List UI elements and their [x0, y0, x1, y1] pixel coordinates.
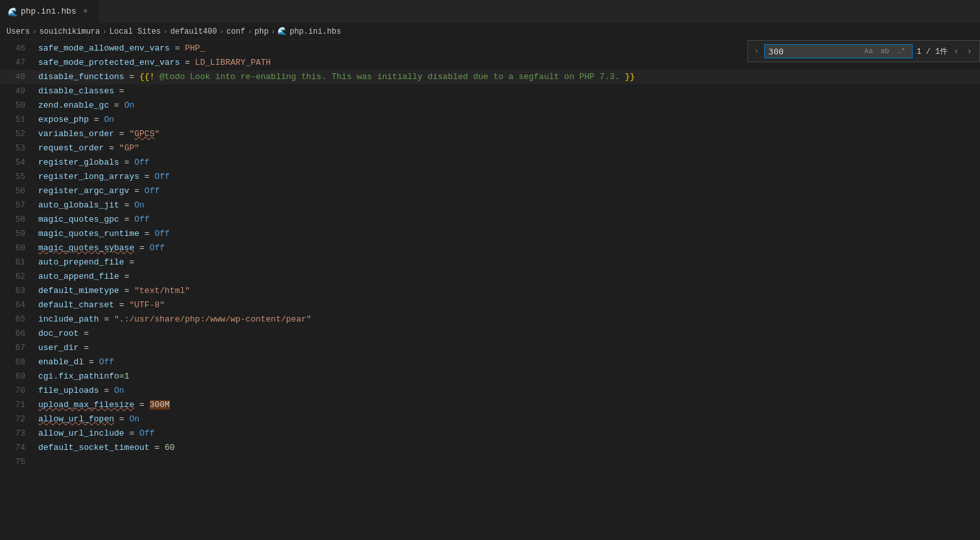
- table-row: 48 disable_functions = {{! @todo Look in…: [0, 70, 980, 84]
- line-content: disable_classes =: [36, 84, 980, 99]
- line-number: 53: [0, 141, 36, 156]
- line-number: 74: [0, 441, 36, 455]
- line-number: 57: [0, 198, 36, 213]
- line-content: expose_php = On: [36, 113, 980, 127]
- breadcrumb-sep-4: ›: [248, 28, 252, 36]
- table-row: 75: [0, 455, 980, 469]
- line-content: cgi.fix_pathinfo=1: [36, 370, 980, 384]
- table-row: 56 register_argc_argv = Off: [0, 184, 980, 198]
- table-row: 70 file_uploads = On: [0, 384, 980, 398]
- tab-close-button[interactable]: ×: [80, 6, 91, 17]
- breadcrumb-local-sites[interactable]: Local Sites: [110, 27, 161, 36]
- line-content: magic_quotes_runtime = Off: [36, 227, 980, 241]
- breadcrumb-php[interactable]: php: [255, 27, 269, 36]
- line-content: user_dir =: [36, 341, 980, 355]
- line-number: 60: [0, 241, 36, 255]
- breadcrumb-sep-0: ›: [32, 28, 37, 36]
- code-lines: 46 safe_mode_allowed_env_vars = PHP_ 47 …: [0, 40, 980, 469]
- line-content: register_globals = Off: [36, 156, 980, 170]
- search-regex-button[interactable]: .*: [894, 46, 908, 56]
- search-whole-word-button[interactable]: ab: [878, 46, 892, 56]
- line-content: magic_quotes_sybase = Off: [36, 241, 980, 255]
- breadcrumb-default400[interactable]: default400: [170, 27, 217, 36]
- search-case-sensitive-button[interactable]: Aa: [862, 46, 876, 56]
- search-prev-button[interactable]: ‹: [951, 45, 961, 57]
- breadcrumb-sep-1: ›: [102, 28, 107, 36]
- line-number: 54: [0, 156, 36, 170]
- line-number: 46: [0, 41, 36, 56]
- table-row: 58 magic_quotes_gpc = Off: [0, 213, 980, 227]
- search-options: Aa ab .*: [862, 46, 909, 56]
- line-content: auto_append_file =: [36, 270, 980, 284]
- table-row: 55 register_long_arrays = Off: [0, 170, 980, 184]
- breadcrumb-souichikimura[interactable]: souichikimura: [40, 27, 100, 36]
- tab-bar: 🌊 php.ini.hbs ×: [0, 0, 980, 23]
- line-number: 52: [0, 127, 36, 141]
- line-content: upload_max_filesize = 300M: [36, 398, 980, 412]
- search-result-count: 1 / 1件: [916, 46, 948, 57]
- search-input-wrapper: Aa ab .*: [764, 44, 913, 58]
- line-content: auto_prepend_file =: [36, 255, 980, 270]
- file-icon: 🌊: [8, 7, 17, 16]
- breadcrumb-sep-2: ›: [163, 28, 168, 36]
- search-widget: › Aa ab .* 1 / 1件 ‹ ›: [747, 40, 980, 62]
- table-row: 50 zend.enable_gc = On: [0, 99, 980, 113]
- line-number: 75: [0, 455, 36, 469]
- table-row: 69 cgi.fix_pathinfo=1: [0, 370, 980, 384]
- line-content: request_order = "GP": [36, 141, 980, 156]
- line-number: 67: [0, 341, 36, 355]
- breadcrumb-conf[interactable]: conf: [226, 27, 245, 36]
- breadcrumb-sep-3: ›: [220, 28, 224, 36]
- breadcrumb-sep-5: ›: [271, 28, 275, 36]
- breadcrumb-users[interactable]: Users: [6, 27, 30, 36]
- line-content: enable_dl = Off: [36, 355, 980, 370]
- line-number: 59: [0, 227, 36, 241]
- table-row: 54 register_globals = Off: [0, 156, 980, 170]
- line-content: doc_root =: [36, 327, 980, 341]
- tab-label: php.ini.hbs: [21, 6, 76, 16]
- line-content: magic_quotes_gpc = Off: [36, 213, 980, 227]
- line-number: 64: [0, 298, 36, 312]
- search-next-button[interactable]: ›: [965, 45, 974, 57]
- table-row: 52 variables_order = "GPCS": [0, 127, 980, 141]
- table-row: 60 magic_quotes_sybase = Off: [0, 241, 980, 255]
- table-row: 72 allow_url_fopen = On: [0, 412, 980, 427]
- line-number: 56: [0, 184, 36, 198]
- table-row: 66 doc_root =: [0, 327, 980, 341]
- table-row: 64 default_charset = "UTF-8": [0, 298, 980, 312]
- line-number: 58: [0, 213, 36, 227]
- table-row: 67 user_dir =: [0, 341, 980, 355]
- line-number: 51: [0, 113, 36, 127]
- table-row: 61 auto_prepend_file =: [0, 255, 980, 270]
- line-content: default_charset = "UTF-8": [36, 298, 980, 312]
- file-breadcrumb-icon: 🌊: [278, 27, 287, 36]
- search-input[interactable]: [769, 47, 859, 56]
- editor-area: › Aa ab .* 1 / 1件 ‹ › 46 safe_mode_allow…: [0, 40, 980, 540]
- line-content: allow_url_include = Off: [36, 427, 980, 441]
- line-number: 66: [0, 327, 36, 341]
- line-content: default_socket_timeout = 60: [36, 441, 980, 455]
- table-row: 65 include_path = ".:/usr/share/php:/www…: [0, 312, 980, 327]
- table-row: 62 auto_append_file =: [0, 270, 980, 284]
- line-number: 65: [0, 312, 36, 327]
- table-row: 71 upload_max_filesize = 300M: [0, 398, 980, 412]
- line-number: 47: [0, 56, 36, 70]
- table-row: 63 default_mimetype = "text/html": [0, 284, 980, 298]
- line-number: 55: [0, 170, 36, 184]
- line-content: file_uploads = On: [36, 384, 980, 398]
- line-number: 50: [0, 99, 36, 113]
- line-number: 61: [0, 255, 36, 270]
- line-content: include_path = ".:/usr/share/php:/www/wp…: [36, 312, 980, 327]
- line-number: 71: [0, 398, 36, 412]
- table-row: 49 disable_classes =: [0, 84, 980, 99]
- line-content: register_argc_argv = Off: [36, 184, 980, 198]
- breadcrumb-filename[interactable]: php.ini.hbs: [290, 27, 341, 36]
- code-editor[interactable]: 46 safe_mode_allowed_env_vars = PHP_ 47 …: [0, 40, 980, 540]
- line-number: 49: [0, 84, 36, 99]
- tab-php-ini-hbs[interactable]: 🌊 php.ini.hbs ×: [0, 0, 99, 23]
- table-row: 51 expose_php = On: [0, 113, 980, 127]
- line-number: 68: [0, 355, 36, 370]
- table-row: 68 enable_dl = Off: [0, 355, 980, 370]
- search-expand-button[interactable]: ›: [753, 46, 760, 56]
- table-row: 73 allow_url_include = Off: [0, 427, 980, 441]
